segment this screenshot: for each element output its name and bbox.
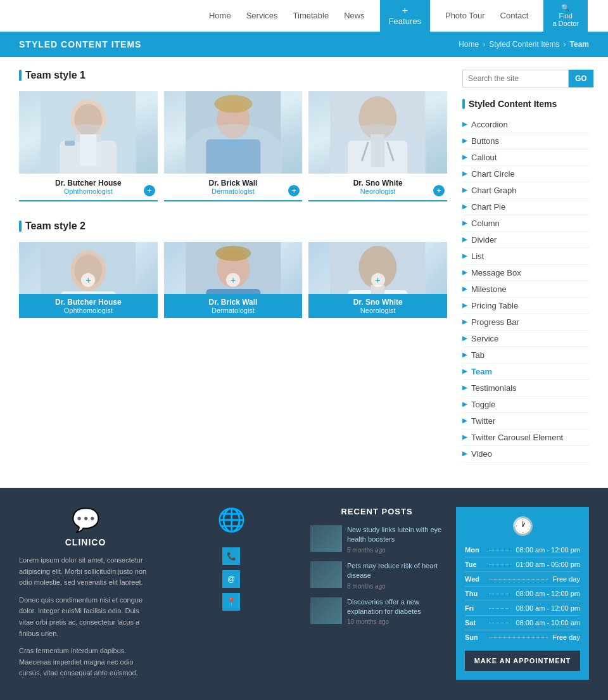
- footer-grid: 💬 CLINICO Lorem ipsum dolor sit amet, co…: [19, 507, 589, 685]
- schedule-day: Thu: [465, 590, 484, 597]
- appointment-button[interactable]: MAKE AN APPOINTMENT: [465, 651, 580, 671]
- sidebar-nav-link[interactable]: Chart Graph: [471, 186, 517, 195]
- svg-point-25: [215, 246, 251, 261]
- nav-find-doctor[interactable]: 🔍 Find a Doctor: [543, 0, 588, 32]
- schedule-dots: [489, 564, 510, 565]
- breadcrumb-home[interactable]: Home: [459, 40, 479, 49]
- team1-name-2: Dr. Brick Wall: [167, 179, 300, 188]
- sidebar-nav-link[interactable]: Service: [471, 334, 498, 343]
- team1-specialty-3: Neorologist: [311, 188, 445, 195]
- team2-card-3: + Dr. Sno White Neorologist: [308, 242, 447, 318]
- plus-icon: +: [402, 5, 408, 16]
- nav-features[interactable]: + Features: [380, 0, 430, 32]
- search-input[interactable]: [462, 70, 569, 87]
- breadcrumb-current: Team: [570, 40, 589, 49]
- team1-info-1: Dr. Butcher House Ophthomologist +: [19, 174, 158, 201]
- team1-title: Team style 1: [19, 70, 447, 81]
- nav-home[interactable]: Home: [209, 11, 231, 20]
- sidebar-nav-link[interactable]: Chart Circle: [471, 169, 515, 179]
- sidebar-nav-item: Callout: [462, 150, 589, 166]
- team2-overlay-2: Dr. Brick Wall Dermatologist: [164, 294, 303, 318]
- post-title[interactable]: Discoveries offer a new explanation for …: [347, 597, 443, 617]
- post-item: Discoveries offer a new explanation for …: [310, 597, 443, 626]
- sidebar-nav-link[interactable]: Chart Pie: [471, 202, 505, 212]
- sidebar-nav-item: Twitter: [462, 413, 589, 430]
- nav-timetable[interactable]: Timetable: [293, 11, 329, 20]
- team1-add-btn-3[interactable]: +: [433, 185, 445, 196]
- team2-name-3: Dr. Sno White: [311, 298, 445, 307]
- nav-contact[interactable]: Contact: [500, 11, 529, 20]
- team1-specialty-1: Ophthomologist: [22, 188, 155, 195]
- schedule-row: Mon 08:00 am - 12:00 pm: [465, 543, 580, 557]
- schedule-row: Wed Free day: [465, 572, 580, 587]
- sidebar-nav-link[interactable]: Tab: [471, 350, 484, 360]
- sidebar-nav-link[interactable]: Pricing Table: [471, 301, 518, 310]
- search-button[interactable]: GO: [569, 70, 593, 87]
- sidebar-nav-link[interactable]: Twitter: [471, 416, 495, 426]
- sidebar-nav-link[interactable]: Buttons: [471, 136, 499, 146]
- schedule-dots: [489, 550, 510, 550]
- team2-grid: + Dr. Butcher House Ophthomologist +: [19, 242, 447, 318]
- nav-photo-tour[interactable]: Photo Tour: [445, 11, 485, 20]
- team1-info-3: Dr. Sno White Neorologist +: [308, 174, 447, 201]
- sidebar-nav-link[interactable]: Video: [471, 449, 492, 459]
- sidebar-nav-item: Testimonials: [462, 380, 589, 397]
- sidebar-nav-link[interactable]: Team: [471, 367, 492, 376]
- schedule-row: Sat 08:00 am - 10:00 am: [465, 616, 580, 630]
- footer-contact-email: @: [222, 570, 240, 588]
- nav-features-label: Features: [389, 16, 421, 26]
- footer-about-p2: Donec quis condimentum nisi et congue do…: [19, 595, 152, 639]
- sidebar-nav-link[interactable]: Callout: [471, 153, 497, 162]
- team1-grid: Dr. Butcher House Ophthomologist +: [19, 91, 447, 201]
- sidebar-nav-link[interactable]: Column: [471, 219, 500, 228]
- sidebar-nav-link[interactable]: Divider: [471, 235, 497, 245]
- svg-rect-15: [371, 134, 385, 167]
- team2-add-btn-1[interactable]: +: [81, 273, 95, 287]
- breadcrumb-bar: STYLED CONTENT ITEMS Home › Styled Conte…: [0, 32, 608, 57]
- sidebar-nav-link[interactable]: Accordion: [471, 120, 508, 129]
- team2-add-btn-3[interactable]: +: [371, 273, 385, 287]
- sidebar-nav-link[interactable]: Twitter Carousel Element: [471, 433, 563, 442]
- footer-schedule-col: 🕐 Mon 08:00 am - 12:00 pm Tue 01:00 am -…: [456, 507, 589, 685]
- sidebar-nav-link[interactable]: Progress Bar: [471, 317, 519, 327]
- sidebar-nav-item: List: [462, 248, 589, 265]
- schedule-time: 08:00 am - 12:00 pm: [516, 604, 580, 612]
- breadcrumb-parent[interactable]: Styled Content Items: [489, 40, 559, 49]
- sidebar-nav-link[interactable]: Toggle: [471, 400, 495, 409]
- team2-specialty-3: Neorologist: [311, 307, 445, 314]
- find-label: Find: [559, 12, 573, 20]
- sidebar-nav-item: Progress Bar: [462, 314, 589, 331]
- schedule-day: Wed: [465, 575, 484, 583]
- sidebar-nav-link[interactable]: Message Box: [471, 268, 521, 277]
- schedule-dots: [489, 594, 510, 594]
- footer-contact: 📞 @ 📍: [222, 547, 240, 616]
- footer-contact-phone: 📞: [222, 547, 240, 565]
- team2-add-btn-2[interactable]: +: [226, 273, 240, 287]
- sidebar-nav-item: Pricing Table: [462, 298, 589, 314]
- nav-services[interactable]: Services: [246, 11, 278, 20]
- sidebar-nav-link[interactable]: List: [471, 251, 484, 261]
- post-title[interactable]: New study links lutein with eye health b…: [347, 525, 443, 545]
- page-title: STYLED CONTENT ITEMS: [19, 39, 141, 49]
- footer-about-col: 💬 CLINICO Lorem ipsum dolor sit amet, co…: [19, 507, 152, 685]
- post-thumb: [310, 597, 342, 624]
- footer-brand: CLINICO: [65, 537, 106, 547]
- sidebar-nav-item: Service: [462, 331, 589, 347]
- sidebar-nav-item: Milestone: [462, 281, 589, 298]
- sidebar-nav-item: Divider: [462, 232, 589, 248]
- team2-name-2: Dr. Brick Wall: [167, 298, 300, 307]
- post-title[interactable]: Pets may reduce risk of heart disease: [347, 561, 443, 581]
- nav-news[interactable]: News: [344, 11, 365, 20]
- team2-card-1: + Dr. Butcher House Ophthomologist: [19, 242, 158, 318]
- sidebar-nav-link[interactable]: Milestone: [471, 284, 507, 294]
- schedule-time: 08:00 am - 12:00 pm: [516, 546, 580, 554]
- sidebar-nav-item: Toggle: [462, 397, 589, 413]
- sidebar-nav-link[interactable]: Testimonials: [471, 383, 517, 393]
- footer-posts-col: RECENT POSTS New study links lutein with…: [310, 507, 443, 685]
- team1-add-btn-1[interactable]: +: [144, 185, 155, 196]
- post-date: 8 months ago: [347, 583, 443, 590]
- schedule-day: Mon: [465, 546, 484, 554]
- sidebar-nav-item: Chart Pie: [462, 199, 589, 215]
- navigation: Home Services Timetable News + Features …: [0, 0, 608, 32]
- sidebar-nav-item: Chart Circle: [462, 166, 589, 182]
